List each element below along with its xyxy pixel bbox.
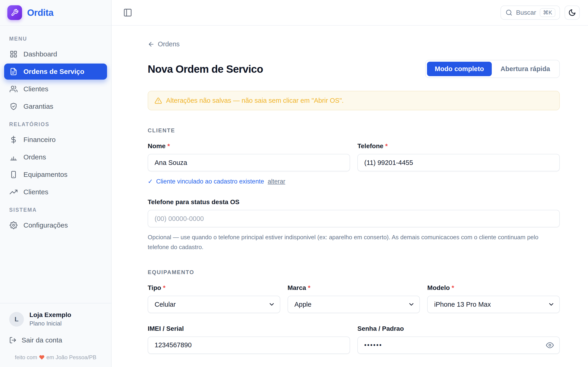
sidebar-item-label: Clientes (23, 188, 48, 196)
dollar-icon (10, 136, 17, 144)
unsaved-changes-banner: Alterações não salvas — não saia sem cli… (148, 91, 560, 110)
heart-icon (39, 355, 44, 360)
mode-segment-0[interactable]: Modo completo (427, 62, 492, 76)
telefone-label: Telefone* (357, 142, 560, 150)
user-name: Loja Exemplo (29, 311, 71, 319)
section-label-equipamento: EQUIPAMENTO (148, 269, 560, 275)
sidebar-bottom: L Loja Exemplo Plano Inicial Sair da con… (0, 303, 111, 367)
sidebar-item-ordens[interactable]: Ordens (4, 149, 107, 165)
sidebar-item-dashboard[interactable]: Dashboard (4, 46, 107, 62)
back-label: Ordens (158, 40, 180, 48)
modelo-select[interactable]: iPhone 13 Pro Max (427, 296, 560, 313)
sidebar-item-financeiro[interactable]: Financeiro (4, 132, 107, 148)
sidebar-toggle-button[interactable] (123, 8, 132, 17)
imei-input[interactable] (148, 336, 350, 354)
logout-button[interactable]: Sair da conta (9, 336, 102, 344)
page-title: Nova Ordem de Servico (148, 63, 263, 75)
tipo-label: Tipo* (148, 284, 280, 292)
mode-segment-1[interactable]: Abertura rápida (493, 62, 558, 76)
marca-label: Marca* (288, 284, 420, 292)
field-tipo: Tipo* Celular (148, 284, 280, 313)
sidebar-item-clientes[interactable]: Clientes (4, 184, 107, 200)
back-link[interactable]: Ordens (148, 40, 180, 48)
tipo-select[interactable]: Celular (148, 296, 280, 313)
nav-section-sistema: SISTEMAConfigurações (0, 207, 111, 233)
sidebar-item-label: Ordens de Serviço (23, 68, 84, 75)
nav-section-label: RELATÓRIOS (9, 121, 102, 127)
sidebar-footer: feito com em João Pessoa/PB (0, 354, 111, 361)
avatar: L (9, 312, 24, 327)
sidebar-item-label: Garantias (23, 102, 53, 110)
imei-label: IMEI / Serial (148, 325, 350, 332)
acessorios-label: Acessorios entregues (357, 366, 560, 367)
user-plan: Plano Inicial (29, 320, 71, 327)
logout-label: Sair da conta (22, 336, 62, 344)
field-senha: Senha / Padrao (357, 325, 560, 354)
search-button[interactable]: Buscar ⌘K (501, 6, 560, 20)
nav-section-relatórios: RELATÓRIOSFinanceiroOrdensEquipamentosCl… (0, 121, 111, 200)
wrench-icon (11, 9, 19, 17)
search-label: Buscar (516, 9, 536, 16)
status-phone-helper: Opcional — use quando o telefone princip… (148, 232, 560, 252)
field-nome: Nome* (148, 142, 350, 171)
linked-client-row: ✓ Cliente vinculado ao cadastro existent… (148, 178, 560, 185)
field-cor: Cor (148, 366, 350, 367)
nav-section-label: SISTEMA (9, 207, 102, 213)
warning-icon (155, 97, 162, 104)
field-modelo: Modelo* iPhone 13 Pro Max (427, 284, 560, 313)
eye-icon (546, 341, 554, 349)
sidebar-item-clientes[interactable]: Clientes (4, 81, 107, 97)
modelo-label: Modelo* (427, 284, 560, 292)
file-text-icon (10, 68, 17, 75)
field-telefone: Telefone* (357, 142, 560, 171)
main-area: Buscar ⌘K Ordens Nova Ordem de Servico M… (112, 0, 588, 367)
dark-mode-button[interactable] (565, 6, 580, 20)
required-asterisk: * (163, 284, 166, 292)
nome-input[interactable] (148, 154, 350, 171)
required-asterisk: * (308, 284, 311, 292)
field-acessorios: Acessorios entregues ✓Carregador✓Cabo US… (357, 366, 560, 367)
content-scroll[interactable]: Ordens Nova Ordem de Servico Modo comple… (112, 26, 588, 367)
smartphone-icon (10, 171, 17, 178)
user-card[interactable]: L Loja Exemplo Plano Inicial (0, 311, 111, 327)
sidebar-item-garantias[interactable]: Garantias (4, 98, 107, 115)
shield-check-icon (10, 102, 17, 110)
toggle-password-button[interactable] (546, 341, 554, 349)
telefone-input[interactable] (357, 154, 560, 171)
linked-client-status: ✓ Cliente vinculado ao cadastro existent… (148, 178, 264, 185)
sidebar-nav: MENUDashboardOrdens de ServiçoClientesGa… (0, 26, 111, 303)
sidebar-item-ordens-de-servi-o[interactable]: Ordens de Serviço (4, 64, 107, 80)
senha-input[interactable] (357, 336, 560, 354)
brand-name: Ordita (27, 8, 53, 18)
sidebar: Ordita MENUDashboardOrdens de ServiçoCli… (0, 0, 112, 367)
required-asterisk: * (167, 142, 170, 150)
users-icon (10, 85, 17, 93)
field-imei: IMEI / Serial (148, 325, 350, 354)
sidebar-item-label: Equipamentos (23, 171, 68, 178)
banner-text: Alterações não salvas — não saia sem cli… (166, 97, 344, 104)
sidebar-item-label: Ordens (23, 153, 46, 161)
sidebar-item-label: Dashboard (23, 50, 57, 58)
status-phone-input[interactable] (148, 210, 560, 227)
app-logo (7, 5, 22, 20)
search-kbd: ⌘K (540, 8, 555, 17)
nav-section-label: MENU (9, 36, 102, 42)
change-client-link[interactable]: alterar (268, 178, 285, 185)
moon-icon (568, 9, 576, 17)
required-asterisk: * (451, 284, 454, 292)
sidebar-item-configura-es[interactable]: Configurações (4, 217, 107, 233)
footer-text-pre: feito com (15, 354, 37, 361)
logout-icon (9, 336, 17, 344)
senha-label: Senha / Padrao (357, 325, 560, 332)
nav-section-menu: MENUDashboardOrdens de ServiçoClientesGa… (0, 36, 111, 115)
topbar: Buscar ⌘K (112, 0, 588, 26)
grid-icon (10, 50, 17, 58)
cor-label: Cor (148, 366, 350, 367)
marca-select[interactable]: Apple (288, 296, 420, 313)
sidebar-item-equipamentos[interactable]: Equipamentos (4, 167, 107, 183)
section-label-cliente: CLIENTE (148, 127, 560, 134)
footer-text-post: em João Pessoa/PB (46, 354, 96, 361)
trending-up-icon (10, 188, 17, 196)
sidebar-item-label: Configurações (23, 221, 68, 229)
mode-toggle: Modo completoAbertura rápida (425, 60, 560, 78)
